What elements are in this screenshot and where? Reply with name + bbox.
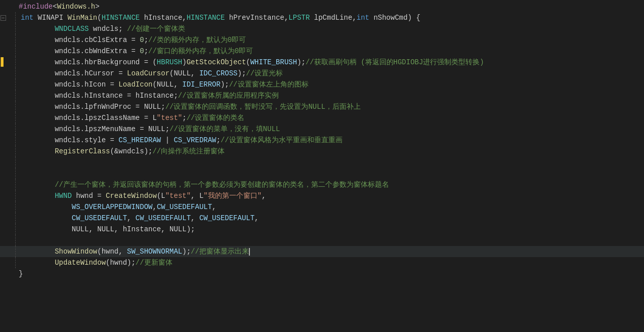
line-content: wndcls.lpszClassName = L"test";//设置窗体的类名 xyxy=(15,112,644,123)
code-line: } xyxy=(0,268,644,279)
line-content: wndcls.cbWndExtra = 0;//窗口的额外内存，默认为0即可 xyxy=(15,46,644,57)
line-content: int WINAPI WinMain(HINSTANCE hInstance,H… xyxy=(15,12,644,23)
gutter-indicator xyxy=(0,68,7,79)
code-line: RegisterClass(&wndcls);//向操作系统注册窗体 xyxy=(0,146,644,157)
fold-indicator[interactable] xyxy=(7,213,13,224)
line-content: HWND hwnd = CreateWindow(L"test", L"我的第一… xyxy=(15,190,644,201)
line-content: wndcls.hInstance = hInstance;//设置窗体所属的应用… xyxy=(15,90,644,101)
gutter-indicator xyxy=(0,179,7,190)
line-content: wndcls.style = CS_HREDRAW | CS_VREDRAW;/… xyxy=(15,135,644,146)
code-line: wndcls.lpszMenuName = NULL;//设置窗体的菜单，没有，… xyxy=(0,123,644,135)
fold-indicator[interactable] xyxy=(7,101,13,112)
line-content: UpdateWindow(hwnd);//更新窗体 xyxy=(15,257,644,268)
fold-indicator[interactable] xyxy=(7,157,13,168)
fold-indicator[interactable] xyxy=(7,57,13,68)
fold-indicator[interactable] xyxy=(7,68,13,79)
fold-indicator[interactable] xyxy=(7,90,13,101)
gutter-indicator xyxy=(0,201,7,213)
gutter-indicator xyxy=(0,146,7,157)
fold-indicator[interactable] xyxy=(7,224,13,235)
line-content: wndcls.lpszMenuName = NULL;//设置窗体的菜单，没有，… xyxy=(15,123,644,135)
line-content: WS_OVERLAPPEDWINDOW,CW_USEDEFAULT, xyxy=(15,201,644,213)
gutter-indicator xyxy=(0,268,7,279)
line-content: WNDCLASS wndcls; //创建一个窗体类 xyxy=(15,23,644,34)
line-content xyxy=(15,168,644,179)
gutter-indicator xyxy=(0,157,7,168)
code-line: −int WINAPI WinMain(HINSTANCE hInstance,… xyxy=(0,12,644,23)
gutter-indicator xyxy=(0,23,7,34)
code-line: wndcls.cbClsExtra = 0;//类的额外内存，默认为0即可 xyxy=(0,34,644,46)
gutter-indicator xyxy=(0,34,7,46)
gutter-indicator: − xyxy=(0,12,7,23)
fold-indicator[interactable] xyxy=(7,246,13,257)
gutter-indicator xyxy=(0,90,7,101)
code-line: wndcls.hCursor = LoadCursor(NULL, IDC_CR… xyxy=(0,68,644,79)
code-line: ShowWindow(hwnd, SW_SHOWNORMAL);//把窗体显示出… xyxy=(0,246,644,257)
line-content: wndcls.hbrBackground = (HBRUSH)GetStockO… xyxy=(15,57,644,68)
code-line: WNDCLASS wndcls; //创建一个窗体类 xyxy=(0,23,644,34)
code-line: wndcls.lpszClassName = L"test";//设置窗体的类名 xyxy=(0,112,644,123)
line-content: //产生一个窗体，并返回该窗体的句柄，第一个参数必须为要创建的窗体的类名，第二个… xyxy=(15,179,644,190)
code-line: UpdateWindow(hwnd);//更新窗体 xyxy=(0,257,644,268)
fold-indicator[interactable] xyxy=(7,23,13,34)
code-line xyxy=(0,168,644,179)
code-editor[interactable]: #include<Windows.h>−int WINAPI WinMain(H… xyxy=(0,0,644,332)
fold-indicator[interactable] xyxy=(7,257,13,268)
gutter-indicator xyxy=(0,135,7,146)
code-line: //产生一个窗体，并返回该窗体的句柄，第一个参数必须为要创建的窗体的类名，第二个… xyxy=(0,179,644,190)
line-content: #include<Windows.h> xyxy=(13,1,644,12)
fold-indicator[interactable] xyxy=(7,201,13,213)
code-line: NULL, NULL, hInstance, NULL); xyxy=(0,224,644,235)
line-content: wndcls.hCursor = LoadCursor(NULL, IDC_CR… xyxy=(15,68,644,79)
fold-indicator[interactable] xyxy=(7,135,13,146)
gutter-indicator xyxy=(0,101,7,112)
fold-indicator[interactable] xyxy=(7,34,13,46)
line-content: wndcls.lpfnWndProc = NULL;//设置窗体的回调函数，暂时… xyxy=(15,101,644,112)
fold-indicator[interactable] xyxy=(7,168,13,179)
fold-indicator[interactable] xyxy=(7,268,13,279)
fold-indicator[interactable] xyxy=(7,190,13,201)
gutter-indicator xyxy=(0,79,7,90)
line-content: CW_USEDEFAULT, CW_USEDEFAULT, CW_USEDEFA… xyxy=(15,213,644,224)
line-content: ShowWindow(hwnd, SW_SHOWNORMAL);//把窗体显示出… xyxy=(15,246,644,257)
code-line: CW_USEDEFAULT, CW_USEDEFAULT, CW_USEDEFA… xyxy=(0,213,644,224)
text-cursor xyxy=(249,248,250,256)
code-line: wndcls.hIcon = LoadIcon(NULL, IDI_ERROR)… xyxy=(0,79,644,90)
line-content: NULL, NULL, hInstance, NULL); xyxy=(15,224,644,235)
fold-indicator[interactable] xyxy=(7,1,13,12)
line-content xyxy=(15,235,644,246)
line-content: wndcls.hIcon = LoadIcon(NULL, IDI_ERROR)… xyxy=(15,79,644,90)
gutter-indicator xyxy=(0,190,7,201)
line-content xyxy=(15,157,644,168)
gutter-indicator xyxy=(0,213,7,224)
gutter-indicator xyxy=(0,123,7,135)
code-content: #include<Windows.h>−int WINAPI WinMain(H… xyxy=(0,0,644,279)
code-line: WS_OVERLAPPEDWINDOW,CW_USEDEFAULT, xyxy=(0,201,644,213)
code-line: wndcls.lpfnWndProc = NULL;//设置窗体的回调函数，暂时… xyxy=(0,101,644,112)
fold-indicator[interactable] xyxy=(7,123,13,135)
code-line: HWND hwnd = CreateWindow(L"test", L"我的第一… xyxy=(0,190,644,201)
code-line: wndcls.cbWndExtra = 0;//窗口的额外内存，默认为0即可 xyxy=(0,46,644,57)
fold-indicator[interactable] xyxy=(7,179,13,190)
code-line xyxy=(0,235,644,246)
code-line: ▌ wndcls.hbrBackground = (HBRUSH)GetStoc… xyxy=(0,57,644,68)
line-content: wndcls.cbClsExtra = 0;//类的额外内存，默认为0即可 xyxy=(15,34,644,46)
code-line: wndcls.hInstance = hInstance;//设置窗体所属的应用… xyxy=(0,90,644,101)
fold-indicator[interactable] xyxy=(7,146,13,157)
fold-indicator[interactable] xyxy=(7,46,13,57)
gutter-indicator xyxy=(0,112,7,123)
gutter-indicator xyxy=(0,224,7,235)
code-line xyxy=(0,157,644,168)
code-line: wndcls.style = CS_HREDRAW | CS_VREDRAW;/… xyxy=(0,135,644,146)
gutter-indicator xyxy=(0,257,7,268)
fold-indicator[interactable] xyxy=(7,235,13,246)
fold-indicator[interactable] xyxy=(7,12,13,23)
fold-indicator[interactable] xyxy=(7,112,13,123)
fold-indicator[interactable] xyxy=(7,79,13,90)
gutter-indicator xyxy=(0,46,7,57)
gutter-indicator xyxy=(0,235,7,246)
gutter-indicator: ▌ xyxy=(0,57,7,68)
gutter-indicator xyxy=(0,1,7,12)
gutter-indicator xyxy=(0,246,7,257)
line-content: } xyxy=(13,268,644,279)
